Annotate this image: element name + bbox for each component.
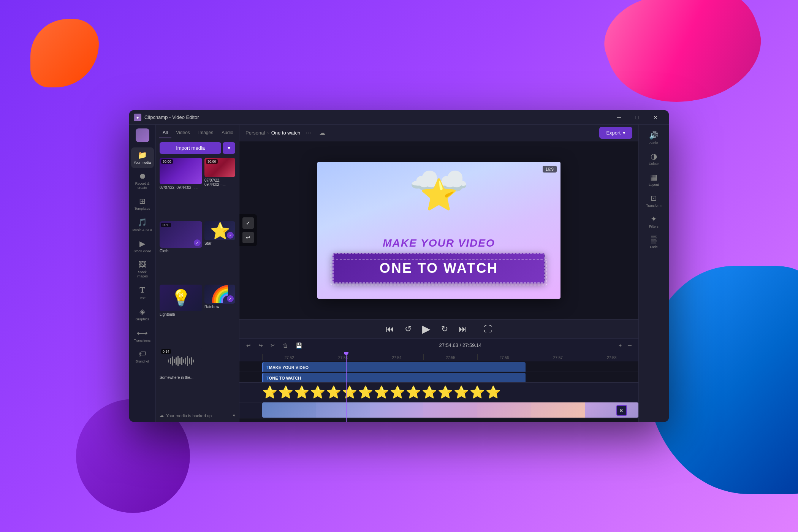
- close-button[interactable]: ✕: [647, 110, 664, 125]
- tab-audio[interactable]: Audio: [218, 128, 237, 138]
- timeline-delete-button[interactable]: 🗑: [280, 341, 290, 350]
- text-clip-1[interactable]: T MAKE YOUR VIDEO: [262, 362, 526, 372]
- backup-chevron[interactable]: ▾: [233, 413, 235, 418]
- sidebar-item-stock-images[interactable]: 🖼 Stock images: [131, 257, 154, 282]
- stock-images-label: Stock images: [133, 270, 152, 279]
- maximize-button[interactable]: □: [629, 110, 646, 125]
- import-dropdown-button[interactable]: ▼: [223, 142, 235, 154]
- timeline-playhead[interactable]: [346, 352, 347, 361]
- zoom-in-button[interactable]: +: [616, 341, 624, 350]
- ruler-mark: 27:58: [585, 354, 638, 360]
- sidebar-item-your-media[interactable]: 📁 Your media: [131, 147, 154, 168]
- backup-label: Your media is backed up: [166, 413, 212, 418]
- text-clip-2[interactable]: T ONE TO WATCH: [262, 373, 526, 382]
- track-content-color[interactable]: ⊠: [262, 402, 638, 418]
- preview-video: ☁️ ☁️ ⭐ MAKE YOUR VIDEO ONE TO WATCH 16:…: [317, 162, 560, 299]
- track-content-star[interactable]: ⭐ ⭐ ⭐ ⭐ ⭐ ⭐ ⭐ ⭐ ⭐ ⭐: [262, 383, 638, 402]
- timeline-redo-button[interactable]: ↪: [256, 341, 265, 350]
- sidebar-item-graphics[interactable]: ◈ Graphics: [131, 304, 154, 325]
- rewind-button[interactable]: ↺: [402, 322, 414, 336]
- skip-back-button[interactable]: ⏮: [383, 322, 396, 336]
- undo-overlay-button[interactable]: ↩: [242, 232, 254, 243]
- text-label: Text: [139, 296, 146, 300]
- bg-blob-blue: [646, 266, 798, 494]
- list-item: 0:14: [160, 348, 202, 409]
- list-item: 30:00 07/07/22, 09:44:02 –...: [204, 158, 235, 219]
- prop-audio[interactable]: 🔊 Audio: [641, 128, 667, 148]
- sidebar-item-brand[interactable]: 🏷 Brand kit: [131, 347, 154, 367]
- cloud-sync-button[interactable]: ☁: [317, 128, 328, 138]
- media-thumb-cloth[interactable]: 0:30 ✓: [160, 221, 202, 248]
- tab-all[interactable]: All: [159, 128, 171, 138]
- import-btn-row: Import media ▼: [156, 138, 239, 158]
- playback-controls: ⏮ ↺ ▶ ↻ ⏭ ⛶: [239, 319, 638, 338]
- sidebar-item-music[interactable]: 🎵 Music & SFX: [131, 215, 154, 235]
- properties-panel: 🔊 Audio ◑ Colour ▦ Layout ⊡ Transform ✦ …: [638, 125, 669, 422]
- clip-trim-marker[interactable]: ⊠: [616, 405, 627, 416]
- minimize-button[interactable]: ─: [610, 110, 628, 125]
- prop-fade[interactable]: ▒ Fade: [641, 232, 667, 252]
- prop-colour[interactable]: ◑ Colour: [641, 149, 667, 169]
- more-options-button[interactable]: ⋯: [303, 128, 314, 138]
- main-layout: 📁 Your media ⏺ Record & create ⊞ Templat…: [129, 125, 669, 422]
- sidebar-item-templates[interactable]: ⊞ Templates: [131, 193, 154, 214]
- tab-videos[interactable]: Videos: [172, 128, 193, 138]
- fast-forward-button[interactable]: ↻: [439, 322, 450, 336]
- sidebar-item-record[interactable]: ⏺ Record & create: [131, 169, 154, 193]
- bg-blob-orange: [30, 19, 99, 87]
- track-content-2[interactable]: T ONE TO WATCH: [262, 372, 638, 382]
- ruler-mark: 27:55: [423, 354, 477, 360]
- backup-row: ☁ Your media is backed up ▾: [156, 409, 239, 422]
- media-thumb-star[interactable]: ⭐ ✓: [204, 221, 235, 241]
- sidebar-item-transitions[interactable]: ⟷ Transitions: [131, 325, 154, 346]
- prop-layout[interactable]: ▦ Layout: [641, 169, 667, 190]
- tab-images[interactable]: Images: [195, 128, 217, 138]
- skip-forward-button[interactable]: ⏭: [456, 322, 469, 336]
- media-thumb-lightbulb[interactable]: 💡: [160, 285, 202, 311]
- audio-prop-label: Audio: [649, 141, 658, 145]
- prop-filters[interactable]: ✦ Filters: [641, 211, 667, 231]
- prop-transform[interactable]: ⊡ Transform: [641, 190, 667, 211]
- media-badge-audio: 0:14: [161, 349, 171, 354]
- sidebar-item-text[interactable]: T Text: [131, 282, 154, 303]
- media-panel: All Videos Images Audio Import media ▼ 3…: [156, 125, 239, 422]
- media-thumb-rainbow[interactable]: 🌈 ✓: [204, 285, 235, 304]
- check-button[interactable]: ✓: [242, 217, 254, 229]
- star-14: ⭐: [470, 385, 485, 399]
- media-thumb-video1[interactable]: 30:00: [160, 158, 202, 184]
- color-gradient-track: [262, 402, 638, 418]
- ruler-mark: 27:57: [531, 354, 584, 360]
- breadcrumb-current: One to watch: [271, 130, 301, 136]
- star-5: ⭐: [326, 385, 341, 399]
- app-icon: ●: [134, 114, 141, 121]
- timeline-time: 27:54.63 / 27:59.14: [439, 342, 481, 348]
- timeline-undo-button[interactable]: ↩: [244, 341, 253, 350]
- zoom-out-button[interactable]: ─: [625, 341, 634, 350]
- media-label-audio: Somewhere in the...: [160, 374, 202, 381]
- play-button[interactable]: ▶: [420, 320, 433, 337]
- media-thumb-audio[interactable]: 0:14: [160, 348, 202, 374]
- import-media-button[interactable]: Import media: [160, 142, 221, 154]
- star-13: ⭐: [454, 385, 469, 399]
- color-seg-7: [585, 402, 638, 418]
- record-label: Record & create: [133, 182, 152, 190]
- media-thumb-video2[interactable]: 30:00: [204, 158, 235, 177]
- list-item: 30:00 07/07/22, 09:44:02 –...: [160, 158, 202, 219]
- star-12: ⭐: [438, 385, 453, 399]
- timeline-zoom: + ─: [616, 341, 634, 350]
- track-content-1[interactable]: T MAKE YOUR VIDEO: [262, 361, 638, 372]
- text-clip-icon-2: T: [266, 376, 269, 380]
- colour-prop-label: Colour: [649, 162, 659, 166]
- breadcrumb-parent[interactable]: Personal: [245, 130, 265, 136]
- timeline-cut-button[interactable]: ✂: [268, 341, 277, 350]
- timeline-save-button[interactable]: 💾: [293, 341, 304, 350]
- music-label: Music & SFX: [133, 228, 152, 232]
- stock-video-icon: ▶: [139, 239, 145, 248]
- fullscreen-button[interactable]: ⛶: [481, 322, 494, 336]
- sidebar-item-stock-video[interactable]: ▶ Stock video: [131, 236, 154, 256]
- media-label-star: Star: [204, 240, 235, 247]
- layout-prop-icon: ▦: [650, 173, 657, 182]
- ruler-mark: 27:52: [262, 354, 316, 360]
- export-button[interactable]: Export ▾: [599, 127, 632, 139]
- star-2: ⭐: [278, 385, 293, 399]
